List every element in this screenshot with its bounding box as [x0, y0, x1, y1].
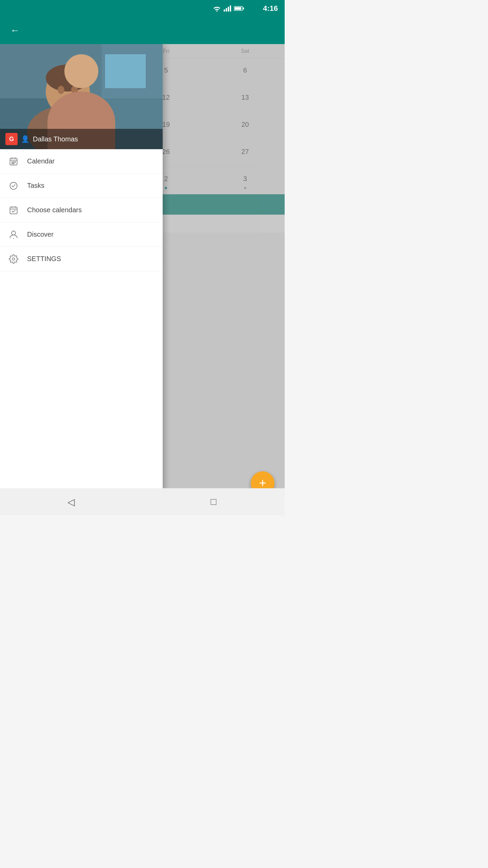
drawer-user-info: G 👤 Dallas Thomas	[0, 129, 163, 149]
svg-point-30	[12, 231, 16, 235]
choose-calendars-label: Choose calendars	[27, 206, 82, 214]
person-icon: 👤	[21, 135, 29, 143]
status-icons	[213, 5, 244, 12]
svg-rect-10	[105, 54, 146, 88]
drawer-item-settings[interactable]: SETTINGS	[0, 247, 163, 271]
back-button[interactable]: ←	[7, 22, 23, 39]
svg-rect-3	[230, 5, 231, 12]
tasks-icon	[8, 180, 19, 191]
status-bar: 4:16	[0, 0, 285, 17]
discover-icon	[8, 229, 19, 240]
drawer-item-choose-calendars[interactable]: Choose calendars	[0, 198, 163, 222]
svg-rect-23	[12, 163, 13, 164]
calendar-label: Calendar	[27, 157, 55, 165]
svg-rect-2	[228, 7, 229, 12]
svg-rect-5	[243, 7, 244, 9]
svg-rect-26	[10, 207, 17, 214]
google-icon: G	[5, 133, 18, 145]
svg-rect-0	[224, 9, 225, 12]
drawer-user-header: G 👤 Dallas Thomas	[0, 44, 163, 149]
toolbar: ←	[0, 17, 285, 44]
settings-icon	[8, 254, 19, 264]
settings-label: SETTINGS	[27, 255, 61, 263]
nav-back-button[interactable]: ◁	[61, 492, 81, 512]
drawer-item-calendar[interactable]: Calendar	[0, 149, 163, 174]
main-content: Thu Fri Sat 4 5 6 11 1	[0, 44, 285, 515]
svg-rect-21	[13, 161, 15, 163]
signal-icon	[224, 5, 231, 12]
svg-rect-1	[226, 8, 227, 12]
svg-point-13	[46, 64, 90, 92]
navigation-bar: ◁ □	[0, 488, 285, 515]
nav-home-button[interactable]: □	[203, 492, 224, 512]
svg-rect-6	[235, 7, 241, 10]
svg-rect-20	[12, 161, 13, 163]
tasks-label: Tasks	[27, 182, 44, 190]
status-time: 4:16	[263, 4, 278, 13]
discover-label: Discover	[27, 231, 54, 238]
navigation-drawer: G 👤 Dallas Thomas	[0, 44, 163, 515]
calendar-icon	[8, 156, 19, 167]
user-name: Dallas Thomas	[33, 135, 78, 143]
svg-rect-24	[13, 163, 15, 164]
choose-calendars-icon	[8, 205, 19, 216]
drawer-item-discover[interactable]: Discover	[0, 222, 163, 247]
battery-icon	[234, 6, 244, 11]
svg-point-14	[58, 86, 64, 94]
svg-point-15	[71, 86, 78, 94]
svg-point-25	[10, 182, 17, 189]
drawer-menu: Calendar Tasks	[0, 149, 163, 515]
svg-rect-22	[15, 161, 16, 163]
drawer-item-tasks[interactable]: Tasks	[0, 174, 163, 198]
wifi-icon	[213, 5, 221, 12]
svg-point-33	[13, 258, 15, 260]
